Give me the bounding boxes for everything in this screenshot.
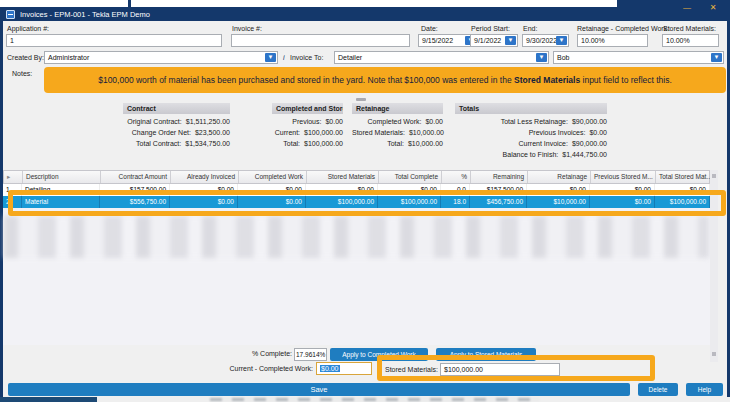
created-by-select[interactable]: Administrator ▼ (44, 51, 278, 64)
column-header-total-stored[interactable]: Total Stored Mat... (656, 171, 711, 183)
save-button[interactable]: Save (8, 383, 630, 396)
current-completed-work-label: Current - Completed Work: (215, 365, 313, 372)
percent-complete-label: % Complete: (238, 350, 292, 357)
end-label: End: (523, 25, 537, 32)
invoice-number-label: Invoice #: (232, 25, 262, 32)
table-row[interactable]: 1 Detailing $157,500.00 $0.00 $0.00 $0.0… (3, 184, 710, 196)
column-header-already-invoiced[interactable]: Already Invoiced (171, 171, 239, 183)
background-window-bottom-accent (0, 397, 97, 402)
grid-scrollbar[interactable] (710, 170, 718, 362)
selected-text: $0.00 (320, 365, 340, 372)
column-header-stored-materials[interactable]: Stored Materials (307, 171, 379, 183)
contract-panel-title: Contract (123, 103, 230, 114)
column-header-completed-work[interactable]: Completed Work (239, 171, 307, 183)
column-header-previous-stored[interactable]: Previous Stored M... (591, 171, 656, 183)
completed-stored-panel: Completed and Stored Previous:$0.00 Curr… (272, 103, 343, 147)
approver-select[interactable]: Bob ▼ (553, 51, 724, 64)
current-completed-work-input[interactable]: $0.00 (316, 362, 372, 375)
end-input[interactable]: 9/30/2022 ▼ (522, 34, 569, 47)
column-header-remaining[interactable]: Remaining (471, 171, 528, 183)
scroll-up-icon[interactable] (712, 174, 716, 178)
app-icon (6, 10, 15, 19)
percent-complete-input[interactable]: 17.9614% (294, 348, 327, 361)
stored-materials-footer-input[interactable]: $100,000.00 (440, 363, 560, 376)
stored-materials-footer-label: Stored Materials: (385, 366, 438, 373)
invoice-to-select[interactable]: Detailer ▼ (334, 51, 549, 64)
info-icon: i (283, 54, 285, 61)
date-label: Date: (421, 25, 438, 32)
end-dropdown-icon[interactable]: ▼ (556, 36, 567, 45)
invoice-to-dropdown-icon[interactable]: ▼ (536, 53, 547, 62)
title-bar: Invoices - EPM-001 - Tekla EPM Demo (0, 7, 730, 21)
date-input[interactable]: 9/15/2022 ▼ (418, 34, 478, 47)
scroll-down-icon[interactable] (712, 352, 716, 356)
application-label: Application #: (7, 25, 49, 32)
period-start-input[interactable]: 9/1/2022 ▼ (470, 34, 518, 47)
redacted-rows-blur (4, 216, 709, 258)
stored-materials-percent-label: Stored Materials: (663, 25, 716, 32)
retainage-panel: Retainage Completed Work:$0.00 Stored Ma… (352, 103, 443, 147)
completed-stored-panel-title: Completed and Stored (272, 103, 343, 114)
background-window-border (128, 0, 131, 7)
minimize-button[interactable]: — (676, 0, 698, 14)
apply-to-completed-work-button[interactable]: Apply to Completed Work (330, 348, 428, 361)
retainage-panel-title: Retainage (352, 103, 443, 114)
application-input[interactable]: 1 (6, 34, 222, 47)
contract-panel: Contract Original Contract:$1,511,250.00… (123, 103, 230, 147)
totals-panel-title: Totals (455, 103, 607, 114)
created-by-dropdown-icon[interactable]: ▼ (265, 53, 276, 62)
window-title: Invoices - EPM-001 - Tekla EPM Demo (20, 10, 150, 19)
column-header-description[interactable]: Description (23, 171, 101, 183)
column-header-total-complete[interactable]: Total Complete (379, 171, 442, 183)
splitter-handle[interactable] (356, 98, 366, 101)
grid-header-row: ▸ Description Contract Amount Already In… (3, 170, 710, 184)
grid-header-indicator[interactable]: ▸ (4, 171, 23, 183)
approver-dropdown-icon[interactable]: ▼ (711, 53, 722, 62)
help-button[interactable]: Help (686, 383, 723, 396)
stored-materials-percent-input[interactable]: 10.00% (662, 34, 719, 47)
delete-button[interactable]: Delete (638, 383, 678, 396)
column-header-retainage[interactable]: Retainage (528, 171, 591, 183)
column-header-contract-amount[interactable]: Contract Amount (101, 171, 171, 183)
background-window-text-smudge (210, 398, 540, 401)
apply-to-stored-materials-button[interactable]: Apply to Stored Materials (436, 348, 536, 361)
invoice-number-input[interactable] (231, 34, 410, 47)
retainage-completed-work-input[interactable]: 10.00% (577, 34, 648, 47)
column-header-percent[interactable]: % (442, 171, 471, 183)
period-start-dropdown-icon[interactable]: ▼ (505, 36, 516, 45)
close-button[interactable]: ✕ (702, 0, 724, 14)
note-text: $100,000 worth of material has been purc… (98, 75, 672, 85)
created-by-label: Created By: (7, 54, 44, 61)
retainage-completed-work-label: Retainage - Completed Work: (577, 25, 669, 32)
notes-label: Notes: (12, 70, 32, 77)
period-start-label: Period Start: (471, 25, 510, 32)
table-row-selected[interactable]: 2 Material $556,750.00 $0.00 $0.00 $100,… (3, 196, 710, 208)
totals-panel: Totals Total Less Retainage:$90,000.00 P… (455, 103, 607, 158)
invoice-to-label: Invoice To: (290, 54, 323, 61)
note-annotation: $100,000 worth of material has been purc… (44, 67, 726, 93)
